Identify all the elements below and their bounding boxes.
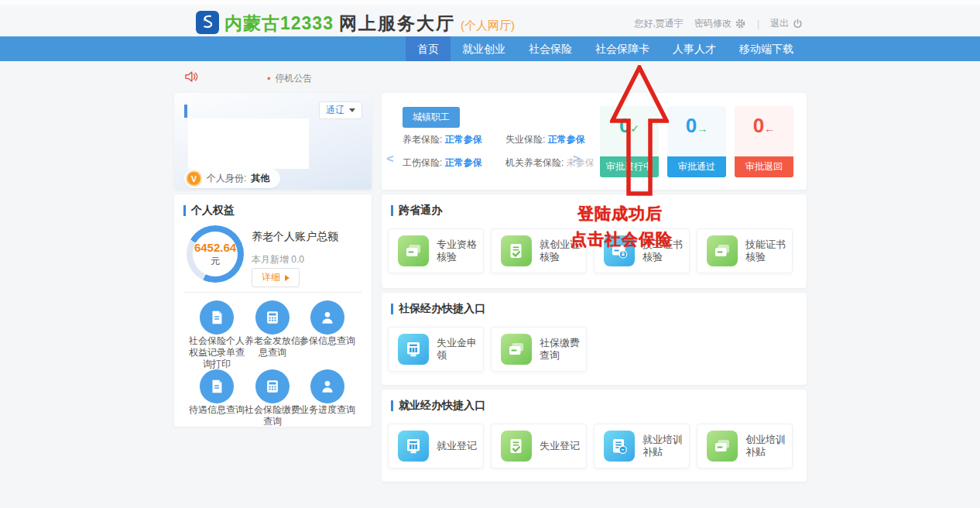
greeting-text: 您好,贾通宇 bbox=[635, 17, 684, 30]
service-label: 失业金申领 bbox=[437, 337, 483, 362]
announcement-link[interactable]: • 停机公告 bbox=[267, 72, 313, 85]
cards-icon bbox=[398, 235, 429, 266]
page: 内蒙古12333 网上服务大厅 (个人网厅) 您好,贾通宇 密码修改 | 退出 … bbox=[0, 0, 980, 508]
insurance-item: 养老保险: 正常参保 bbox=[403, 133, 482, 146]
shortcut-label[interactable]: 社会保险缴费查询 bbox=[243, 404, 302, 427]
month-new-label: 本月新增 0.0 bbox=[252, 253, 304, 266]
cards-icon bbox=[707, 235, 738, 266]
nav-item-home[interactable]: 首页 bbox=[406, 36, 451, 61]
shortcut-label[interactable]: 养老金发放信息查询 bbox=[243, 335, 302, 359]
service-label: 就业登记 bbox=[437, 440, 477, 452]
service-employment-registration[interactable]: 就业登记 bbox=[388, 424, 484, 469]
doc-coin-icon bbox=[604, 431, 635, 462]
account-total-label: 养老个人账户总额 bbox=[252, 230, 338, 244]
approval-in-progress-button[interactable]: 审批进行中 bbox=[600, 156, 659, 177]
counter-value: 0✓ bbox=[600, 114, 659, 138]
arrow-left-icon: ← bbox=[764, 122, 775, 135]
cards-icon bbox=[707, 431, 738, 462]
service-label: 技工证书核验 bbox=[642, 239, 689, 263]
service-employment-training-subsidy[interactable]: 就业培训补贴 bbox=[594, 424, 690, 469]
social-quick-entry-card: 社保经办快捷入口 失业金申领 社保缴费查询 bbox=[382, 293, 807, 385]
service-employment-cert-verify[interactable]: 就创业证核验 bbox=[491, 228, 587, 273]
nav-item-mobile-download[interactable]: 移动端下载 bbox=[728, 36, 805, 61]
detail-button[interactable]: 详细 bbox=[252, 268, 300, 287]
pension-donut-chart: 6452.64 元 bbox=[187, 225, 244, 283]
social-quick-title-text: 社保经办快捷入口 bbox=[399, 302, 485, 316]
profile-info-redacted bbox=[188, 118, 309, 169]
power-icon[interactable] bbox=[792, 18, 804, 29]
insurance-name: 失业保险: bbox=[505, 134, 545, 145]
title-bar bbox=[391, 205, 393, 216]
social-payment-query-icon[interactable] bbox=[255, 369, 290, 403]
cross-province-card: 跨省通办 专业资格核验 就创业证核验 技工证书核验 技能证书核验 bbox=[382, 194, 807, 288]
shortcut-label[interactable]: 参保信息查询 bbox=[298, 335, 357, 347]
calculator-icon bbox=[264, 309, 281, 326]
rights-record-print-icon[interactable] bbox=[200, 300, 234, 335]
cards-icon bbox=[501, 334, 532, 365]
announcement-bullet: • bbox=[267, 73, 271, 84]
personal-rights-card: 个人权益 6452.64 元 养老个人账户总额 本月新增 0.0 详细 社会保险… bbox=[174, 194, 372, 427]
profile-name-marker bbox=[184, 105, 187, 118]
approval-passed-button[interactable]: 审批通过 bbox=[667, 156, 726, 177]
insurance-status: 正常参保 bbox=[548, 134, 585, 145]
v-badge-icon: V bbox=[186, 170, 202, 187]
service-label: 创业培训补贴 bbox=[745, 434, 792, 458]
counter-value: 0← bbox=[735, 114, 793, 138]
social-quick-title: 社保经办快捷入口 bbox=[391, 302, 485, 316]
speaker-icon bbox=[183, 69, 200, 84]
service-technician-cert-verify[interactable]: 技工证书核验 bbox=[594, 228, 690, 273]
insurance-name: 机关养老保险: bbox=[505, 157, 564, 168]
announcement-label[interactable]: 停机公告 bbox=[276, 72, 313, 85]
benefit-info-query-icon[interactable] bbox=[200, 369, 234, 403]
check-icon: ✓ bbox=[630, 122, 639, 135]
nav-item-social-insurance[interactable]: 社会保险 bbox=[517, 36, 584, 61]
employment-quick-entry-card: 就业经办快捷入口 就业登记 失业登记 就业培训补贴 创业培训补贴 bbox=[382, 390, 807, 482]
change-password-link[interactable]: 密码修改 bbox=[694, 17, 746, 30]
service-startup-training-subsidy[interactable]: 创业培训补贴 bbox=[697, 424, 793, 469]
insurance-item: 工伤保险: 正常参保 bbox=[403, 156, 482, 170]
shortcut-label[interactable]: 业务进度查询 bbox=[298, 404, 357, 416]
insurance-item: 机关养老保险: 未参保 bbox=[505, 156, 595, 170]
counter-value: 0→ bbox=[667, 114, 726, 138]
main-nav: 首页 就业创业 社会保险 社会保障卡 人事人才 移动端下载 bbox=[0, 36, 980, 61]
approval-returned-button[interactable]: 审批退回 bbox=[735, 156, 793, 177]
counter-returned: 0← 审批退回 bbox=[735, 106, 793, 177]
service-skill-cert-verify[interactable]: 技能证书核验 bbox=[697, 228, 793, 273]
title-bar bbox=[391, 400, 393, 411]
service-professional-qualification[interactable]: 专业资格核验 bbox=[388, 228, 484, 273]
shortcut-label[interactable]: 待遇信息查询 bbox=[187, 404, 246, 416]
nav-item-hr-talent[interactable]: 人事人才 bbox=[661, 36, 728, 61]
service-social-payment-query[interactable]: 社保缴费查询 bbox=[491, 327, 587, 372]
service-label: 专业资格核验 bbox=[437, 239, 483, 263]
insurance-status: 正常参保 bbox=[445, 134, 482, 145]
rights-title-text: 个人权益 bbox=[191, 204, 235, 218]
service-unemployment-registration[interactable]: 失业登记 bbox=[491, 424, 587, 469]
nav-item-social-security-card[interactable]: 社会保障卡 bbox=[584, 36, 661, 61]
identity-value: 其他 bbox=[251, 172, 269, 185]
pension-unit: 元 bbox=[211, 255, 220, 268]
doc-check-icon bbox=[501, 431, 532, 462]
region-selector[interactable]: 通辽 bbox=[319, 101, 362, 119]
counter-in-progress: 0✓ 审批进行中 bbox=[600, 106, 659, 177]
title-bar bbox=[183, 205, 186, 216]
insured-type-badge[interactable]: 城镇职工 bbox=[403, 107, 460, 128]
cross-province-title-text: 跨省通办 bbox=[399, 204, 442, 218]
brand-name: 内蒙古12333 bbox=[224, 12, 334, 36]
site-title: 内蒙古12333 网上服务大厅 (个人网厅) bbox=[224, 12, 515, 36]
shortcut-label[interactable]: 社会保险个人权益记录单查询打印 bbox=[187, 335, 246, 370]
logout-link[interactable]: 退出 bbox=[770, 17, 804, 30]
service-unemployment-benefit[interactable]: 失业金申领 bbox=[388, 327, 484, 372]
identity-badge: V 个人身份: 其他 bbox=[184, 169, 280, 188]
business-progress-icon[interactable] bbox=[310, 369, 344, 403]
nav-item-employment[interactable]: 就业创业 bbox=[451, 36, 517, 61]
counter-approved: 0→ 审批通过 bbox=[667, 106, 726, 177]
detail-label: 详细 bbox=[262, 271, 280, 284]
insured-info-query-icon[interactable] bbox=[310, 300, 344, 335]
gear-icon[interactable] bbox=[735, 18, 746, 29]
pension-payment-info-icon[interactable] bbox=[255, 300, 290, 335]
prev-arrow[interactable]: < bbox=[386, 151, 394, 166]
header: 内蒙古12333 网上服务大厅 (个人网厅) 您好,贾通宇 密码修改 | 退出 bbox=[0, 0, 980, 36]
document-icon bbox=[208, 309, 225, 326]
arrow-right-icon: → bbox=[697, 122, 708, 135]
region-name: 通辽 bbox=[326, 104, 344, 117]
